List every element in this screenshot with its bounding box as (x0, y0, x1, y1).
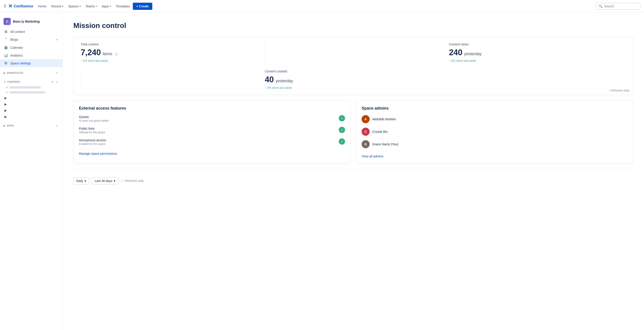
content-item-6[interactable]: ▶ (0, 114, 62, 120)
public-links-name: Public links (79, 127, 105, 130)
create-button[interactable]: + Create (133, 3, 152, 10)
content-views-value: 240 (449, 48, 462, 57)
add-content-button[interactable]: + (55, 80, 59, 84)
chevron-down-icon: ▾ (62, 5, 63, 8)
add-blog-button[interactable]: + (55, 37, 59, 42)
expand-arrow-icon: ▶ (4, 115, 7, 118)
total-content-unit: items (103, 52, 112, 56)
guests-info: Guests At least one guest added (79, 115, 109, 122)
nav-spaces[interactable]: Spaces ▾ (66, 3, 83, 10)
divider (73, 169, 633, 169)
sidebar-item-all-content[interactable]: ⊞ All content (0, 28, 62, 36)
sidebar-item-calendar[interactable]: ▦ Calendar (0, 44, 62, 52)
admin-item-1: A Abdullah Ibrahim (362, 115, 628, 123)
bottom-refresh-note: ↕ ↕ Refreshes daily (121, 179, 144, 182)
content-item-1[interactable] (0, 85, 62, 90)
search-box[interactable]: 🔍 Search (596, 3, 640, 10)
confluence-x-icon: ✕ (8, 3, 12, 9)
page-title: Mission control (73, 22, 633, 30)
content-views-trend: ↑ 2% since last week (449, 59, 626, 62)
chevron-down-icon: ▾ (114, 179, 116, 183)
add-shortcut-button[interactable]: + (55, 71, 59, 75)
view-all-admins-link[interactable]: View all admins (362, 154, 383, 158)
cards-row: External access features Guests At least… (73, 100, 633, 164)
total-content-label: Total content (81, 42, 258, 46)
chevron-down-icon: ▾ (80, 5, 81, 8)
space-icon: B (4, 18, 11, 25)
nav-templates[interactable]: Templates (114, 3, 132, 10)
total-content-trend: ↑ 2% since last week (81, 59, 258, 62)
nav-teams[interactable]: Teams ▾ (84, 3, 99, 10)
refresh-icon: ↕ (609, 89, 610, 92)
content-item-2[interactable] (0, 90, 62, 95)
content-created-value: 40 (265, 75, 274, 84)
content-created-stat: Content created 40 yesterday ↑ 2% since … (265, 70, 442, 90)
content-views-value-row: 240 yesterday (449, 48, 626, 57)
content-section-header: ▼ CONTENT ≡ + (0, 76, 62, 85)
refresh-icon: ↕ (121, 179, 122, 182)
apps-section-actions: + (55, 124, 59, 128)
content-toggle[interactable]: ▼ (4, 81, 6, 83)
content-item-3[interactable]: ▶ (0, 95, 62, 101)
public-links-desc: Allowed for this space (79, 131, 105, 134)
confluence-logo[interactable]: ✕ Confluence (8, 3, 33, 9)
space-name: Banc.ly Marketing (13, 20, 40, 23)
page-layout: B Banc.ly Marketing ⊞ All content " Blog… (0, 12, 644, 330)
anonymous-access-info: Anonymous access Enabled for this space (79, 138, 106, 146)
sidebar-item-blogs[interactable]: " Blogs + (0, 36, 62, 44)
main-content: Mission control Total content 7,240 item… (62, 12, 644, 330)
admin-item-2: C Crystal Wu (362, 128, 628, 136)
external-access-title: External access features (79, 106, 345, 111)
admin-avatar-3: G (362, 140, 370, 148)
content-created-value-row: 40 yesterday (265, 75, 442, 84)
apps-section-header: ▶ APPS + (0, 120, 62, 129)
sidebar-item-space-settings[interactable]: ⚙ Space settings (0, 59, 62, 67)
info-icon[interactable]: ⓘ (115, 52, 118, 56)
space-header[interactable]: B Banc.ly Marketing (0, 16, 62, 28)
content-item-4[interactable]: ▶ (0, 101, 62, 107)
calendar-icon: ▦ (4, 46, 8, 50)
stat-divider-2 (81, 70, 81, 90)
stat-divider-1 (265, 42, 265, 62)
sidebar-item-analytics[interactable]: 📊 Analytics (0, 52, 62, 59)
settings-icon: ⚙ (4, 61, 8, 65)
last30-filter-button[interactable]: Last 30 days ▾ (92, 177, 118, 184)
admin-name-1: Abdullah Ibrahim (372, 118, 396, 121)
space-admins-card: Space admins A Abdullah Ibrahim C Crysta… (356, 100, 633, 164)
daily-filter-button[interactable]: Daily ▾ (73, 177, 89, 184)
expand-arrow-icon: ▶ (4, 96, 7, 100)
shortcuts-section: ▶ SHORTCUTS + (0, 67, 62, 76)
blogs-icon: " (4, 38, 8, 42)
apps-label: ▶ APPS (4, 124, 14, 127)
search-icon: 🔍 (598, 4, 602, 8)
nav-apps[interactable]: Apps ▾ (100, 3, 113, 10)
sidebar: B Banc.ly Marketing ⊞ All content " Blog… (0, 12, 62, 330)
shortcuts-label: ▶ SHORTCUTS (4, 72, 23, 74)
guests-name: Guests (79, 115, 109, 119)
apps-toggle[interactable]: ▶ (4, 124, 6, 127)
public-links-info: Public links Allowed for this space (79, 127, 105, 134)
space-admins-title: Space admins (362, 106, 628, 111)
content-section-actions: ≡ + (51, 80, 59, 84)
total-content-stat: Total content 7,240 items ⓘ ↑ 2% since l… (81, 42, 258, 62)
add-app-button[interactable]: + (55, 124, 59, 128)
manage-permissions-link[interactable]: Manage space permissions (79, 152, 117, 156)
nav-recent[interactable]: Recent ▾ (49, 3, 65, 10)
nav-home[interactable]: Home (36, 3, 48, 10)
admin-item-3: G Grace Harris (You) (362, 140, 628, 148)
expand-arrow-icon: ▶ (4, 109, 7, 112)
expand-arrow-icon: ▶ (4, 102, 7, 106)
content-item-5[interactable]: ▶ (0, 107, 62, 114)
admin-avatar-1: A (362, 115, 370, 123)
sort-content-button[interactable]: ≡ (51, 80, 54, 84)
grid-icon[interactable]: ⠿ (4, 4, 6, 9)
admin-name-2: Crystal Wu (372, 130, 388, 134)
content-views-unit: yesterday (464, 52, 482, 56)
content-created-unit: yesterday (276, 79, 293, 84)
guests-feature: Guests At least one guest added ✓ (79, 115, 345, 122)
shortcuts-toggle[interactable]: ▶ (4, 72, 6, 74)
bullet-icon (6, 92, 8, 93)
refreshes-note: ↕ Refreshes daily (609, 89, 630, 92)
content-created-label: Content created (265, 70, 442, 73)
content-line (10, 91, 45, 94)
